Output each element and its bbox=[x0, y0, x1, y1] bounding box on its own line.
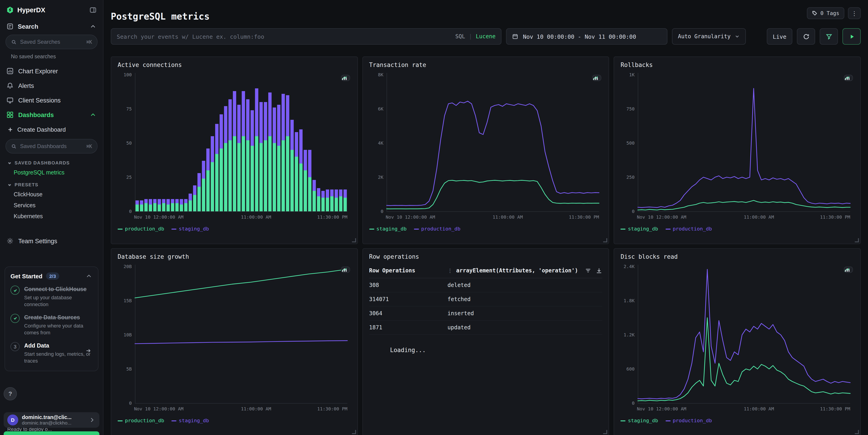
bar-chart-icon[interactable] bbox=[844, 267, 850, 273]
chevron-up-icon[interactable] bbox=[89, 111, 97, 119]
legend-item[interactable]: production_db bbox=[665, 418, 712, 424]
tags-button[interactable]: 0 Tags bbox=[807, 7, 844, 19]
sql-mode-toggle[interactable]: SQL bbox=[455, 33, 465, 40]
sidebar-item-dashboards[interactable]: Dashboards bbox=[0, 107, 103, 122]
filter-button[interactable] bbox=[820, 28, 838, 45]
sidebar-dashboard-postgresql-metrics[interactable]: PostgreSQL metrics bbox=[0, 167, 103, 178]
chart-transaction-rate[interactable]: 02K4K6K8KNov 10 12:00:00 AM11:00:00 AM11… bbox=[369, 70, 602, 222]
preset-kubernetes[interactable]: Kubernetes bbox=[0, 211, 103, 222]
table-row[interactable]: 3064 inserted bbox=[369, 306, 602, 321]
resize-handle[interactable] bbox=[352, 238, 356, 242]
legend-item[interactable]: production_db bbox=[414, 226, 460, 232]
chart-disc-blocks-read[interactable]: 06001.2K1.8K2.4KNov 10 12:00:00 AM11:00:… bbox=[621, 262, 854, 414]
table-col-operation[interactable]: arrayElement(Attributes, 'operation') bbox=[456, 267, 578, 274]
svg-text:Nov 10 12:00:00 AM: Nov 10 12:00:00 AM bbox=[134, 406, 184, 411]
resize-handle[interactable] bbox=[352, 430, 356, 434]
resize-handle[interactable] bbox=[603, 238, 608, 242]
saved-searches-input[interactable]: Saved Searches ⌘K bbox=[5, 35, 98, 49]
event-search-input[interactable]: Search your events w/ Lucene ex. column:… bbox=[111, 28, 501, 45]
saved-dashboards-input[interactable]: Saved Dashboards ⌘K bbox=[5, 139, 98, 154]
legend-item[interactable]: staging_db bbox=[172, 418, 209, 424]
legend-item[interactable]: production_db bbox=[665, 226, 712, 232]
user-email: dominic.tran@clickho... bbox=[22, 420, 85, 426]
search-placeholder: Search your events w/ Lucene ex. column:… bbox=[117, 33, 264, 40]
bell-icon bbox=[6, 82, 14, 89]
legend-item[interactable]: production_db bbox=[118, 418, 164, 424]
chart-type-toggle[interactable] bbox=[592, 75, 601, 81]
sidebar-item-client-sessions[interactable]: Client Sessions bbox=[0, 93, 103, 107]
chart-legend[interactable]: staging_dbproduction_db bbox=[621, 226, 854, 232]
bar-chart-icon[interactable] bbox=[341, 75, 347, 81]
sidebar-collapse-button[interactable] bbox=[89, 6, 97, 14]
chart-legend[interactable]: production_dbstaging_db bbox=[118, 418, 351, 424]
svg-text:11:00:00 AM: 11:00:00 AM bbox=[744, 214, 774, 220]
legend-item[interactable]: production_db bbox=[118, 226, 164, 232]
panel-collapse-icon bbox=[89, 6, 97, 14]
chart-type-toggle[interactable] bbox=[341, 75, 350, 81]
chevron-up-icon[interactable] bbox=[85, 272, 93, 280]
chart-legend[interactable]: staging_dbproduction_db bbox=[621, 418, 854, 424]
saved-dashboards-group[interactable]: SAVED DASHBOARDS bbox=[0, 156, 103, 167]
preset-services[interactable]: Services bbox=[0, 200, 103, 211]
chevron-up-icon[interactable] bbox=[89, 23, 97, 30]
svg-text:2K: 2K bbox=[378, 174, 383, 180]
chart-database-size-growth[interactable]: 05B10B15B20BNov 10 12:00:00 AM11:00:00 A… bbox=[118, 262, 351, 414]
progress-badge: 2/3 bbox=[46, 272, 59, 280]
deploy-toast[interactable] bbox=[4, 431, 99, 435]
live-button[interactable]: Live bbox=[767, 28, 792, 45]
resize-handle[interactable] bbox=[855, 238, 859, 242]
bar-chart-icon[interactable] bbox=[844, 75, 850, 81]
lucene-mode-toggle[interactable]: Lucene bbox=[476, 33, 496, 40]
resize-handle[interactable] bbox=[855, 430, 859, 434]
sidebar-item-alerts[interactable]: Alerts bbox=[0, 78, 103, 93]
table-row[interactable]: 308 deleted bbox=[369, 278, 602, 293]
svg-text:4K: 4K bbox=[378, 140, 383, 146]
chart-rollbacks[interactable]: 02505007501KNov 10 12:00:00 AM11:00:00 A… bbox=[621, 70, 854, 222]
resize-handle[interactable] bbox=[603, 430, 608, 434]
create-dashboard-button[interactable]: Create Dashboard bbox=[0, 122, 103, 137]
preset-clickhouse[interactable]: ClickHouse bbox=[0, 189, 103, 200]
get-started-header[interactable]: Get Started 2/3 bbox=[10, 272, 93, 280]
legend-item[interactable]: staging_db bbox=[621, 418, 658, 424]
chart-active-connections[interactable]: 0255075100Nov 10 12:00:00 AM11:00:00 AM1… bbox=[118, 70, 351, 222]
table-col-values[interactable]: Row Operations bbox=[369, 267, 447, 274]
chart-legend[interactable]: production_dbstaging_db bbox=[118, 226, 351, 232]
svg-text:Nov 10 12:00:00 AM: Nov 10 12:00:00 AM bbox=[134, 214, 184, 220]
table-row[interactable]: 314071 fetched bbox=[369, 293, 602, 306]
get-started-step-sources[interactable]: Create Data Sources Configure where your… bbox=[10, 314, 93, 336]
get-started-step-add-data[interactable]: 3 Add Data Start sending logs, metrics, … bbox=[10, 342, 93, 364]
user-menu[interactable]: D dominic.tran@clic... dominic.tran@clic… bbox=[4, 412, 99, 428]
svg-text:25: 25 bbox=[126, 174, 132, 180]
chart-type-toggle[interactable] bbox=[844, 75, 853, 81]
sidebar-item-team-settings[interactable]: Team Settings bbox=[0, 234, 103, 248]
arrow-right-icon[interactable] bbox=[85, 347, 92, 354]
presets-group[interactable]: PRESETS bbox=[0, 178, 103, 189]
chart-type-toggle[interactable] bbox=[341, 266, 350, 273]
download-icon[interactable] bbox=[596, 267, 602, 274]
legend-item[interactable]: staging_db bbox=[621, 226, 658, 232]
run-query-button[interactable] bbox=[842, 28, 861, 45]
chart-type-toggle[interactable] bbox=[844, 266, 853, 273]
get-started-step-connect[interactable]: Connect to ClickHouse Set up your databa… bbox=[10, 286, 93, 308]
table-row[interactable]: 1871 updated bbox=[369, 321, 602, 335]
bar-chart-icon[interactable] bbox=[341, 267, 347, 273]
refresh-button[interactable] bbox=[797, 28, 815, 45]
help-button[interactable]: ? bbox=[4, 387, 17, 400]
toolbar: Search your events w/ Lucene ex. column:… bbox=[103, 28, 868, 45]
filter-lines-icon[interactable] bbox=[585, 267, 591, 274]
step-title: Create Data Sources bbox=[24, 314, 93, 321]
chart-legend[interactable]: staging_dbproduction_db bbox=[369, 226, 602, 232]
app-title: HyperDX bbox=[17, 6, 45, 14]
bar-chart-icon[interactable] bbox=[593, 75, 599, 81]
legend-item[interactable]: staging_db bbox=[172, 226, 209, 232]
svg-text:11:30:00 PM: 11:30:00 PM bbox=[569, 214, 599, 220]
sidebar-item-chart-explorer[interactable]: Chart Explorer bbox=[0, 64, 103, 78]
date-range-picker[interactable]: Nov 10 00:00:00 - Nov 11 00:00:00 bbox=[506, 28, 668, 45]
dashboard-menu-button[interactable]: ⋮ bbox=[848, 7, 861, 19]
svg-text:0: 0 bbox=[632, 209, 635, 214]
column-resize-icon[interactable]: ⋮ bbox=[447, 268, 453, 273]
search-icon bbox=[11, 39, 17, 45]
granularity-select[interactable]: Auto Granularity bbox=[672, 28, 746, 45]
sidebar-section-search[interactable]: Search bbox=[0, 18, 103, 33]
legend-item[interactable]: staging_db bbox=[369, 226, 406, 232]
